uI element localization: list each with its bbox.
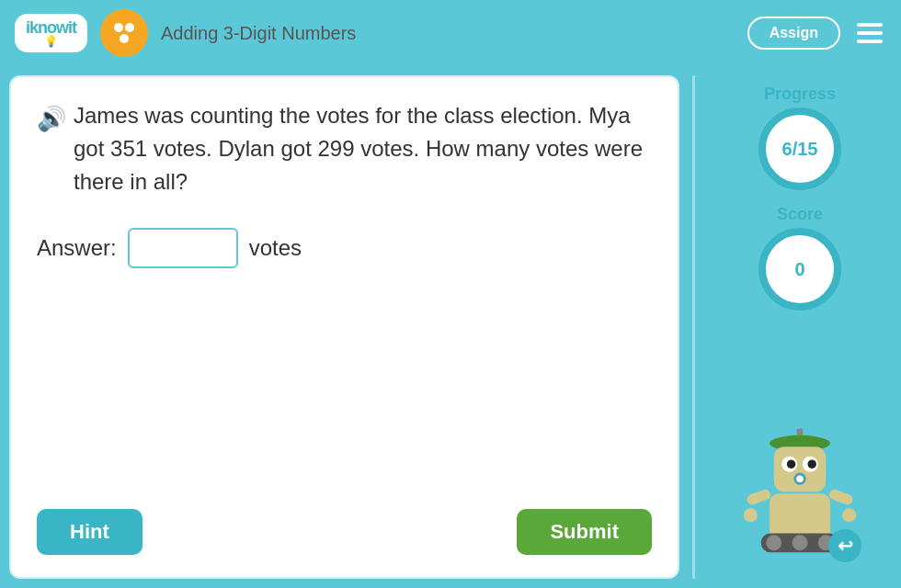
back-icon: ↩ [838, 535, 853, 557]
svg-point-8 [797, 429, 803, 435]
svg-rect-22 [827, 488, 854, 506]
score-label: Score [777, 205, 823, 224]
dots-icon [109, 18, 139, 48]
score-value: 0 [794, 259, 804, 280]
menu-line-1 [857, 23, 883, 27]
answer-prefix: Answer: [37, 235, 117, 261]
question-panel: 🔊 James was counting the votes for the c… [9, 75, 679, 579]
mascot-area: ↩ [731, 325, 869, 570]
bottom-buttons: Hint Submit [37, 491, 652, 555]
back-button[interactable]: ↩ [828, 529, 861, 562]
submit-button[interactable]: Submit [517, 509, 652, 555]
svg-point-15 [796, 475, 804, 482]
progress-circle: 6/15 [758, 107, 841, 190]
svg-point-19 [793, 535, 808, 550]
app-header: iknowit 💡 Adding 3-Digit Numbers Assign [0, 0, 901, 66]
question-text-area: 🔊 James was counting the votes for the c… [37, 99, 652, 198]
sound-icon[interactable]: 🔊 [37, 101, 66, 198]
svg-point-1 [125, 23, 134, 32]
logo-text: iknowit [26, 19, 76, 36]
svg-point-13 [807, 459, 815, 468]
menu-line-2 [857, 31, 883, 35]
svg-point-23 [744, 508, 758, 522]
main-content: 🔊 James was counting the votes for the c… [0, 66, 901, 588]
sidebar: Progress 6/15 Score 0 [708, 75, 892, 579]
score-widget: Score 0 [758, 205, 841, 311]
answer-input[interactable] [128, 228, 238, 268]
svg-point-24 [842, 508, 856, 522]
hint-button[interactable]: Hint [37, 509, 143, 555]
answer-suffix: votes [249, 235, 302, 261]
question-text: James was counting the votes for the cla… [74, 99, 652, 198]
logo-bulb-icon: 💡 [44, 36, 58, 47]
menu-line-3 [857, 40, 883, 43]
answer-row: Answer: votes [37, 228, 652, 268]
score-circle: 0 [758, 228, 841, 311]
svg-point-12 [787, 459, 795, 468]
svg-point-2 [120, 34, 129, 43]
progress-value: 6/15 [782, 139, 818, 160]
activity-icon [100, 9, 148, 57]
menu-button[interactable] [853, 19, 886, 47]
panel-divider [692, 75, 695, 579]
assign-button[interactable]: Assign [747, 17, 840, 50]
logo: iknowit 💡 [15, 14, 87, 52]
svg-point-0 [114, 23, 123, 32]
progress-widget: Progress 6/15 [758, 85, 841, 190]
activity-title: Adding 3-Digit Numbers [161, 23, 735, 44]
svg-point-18 [766, 535, 781, 550]
svg-rect-9 [774, 447, 826, 492]
progress-label: Progress [764, 85, 836, 104]
svg-rect-21 [746, 488, 772, 506]
